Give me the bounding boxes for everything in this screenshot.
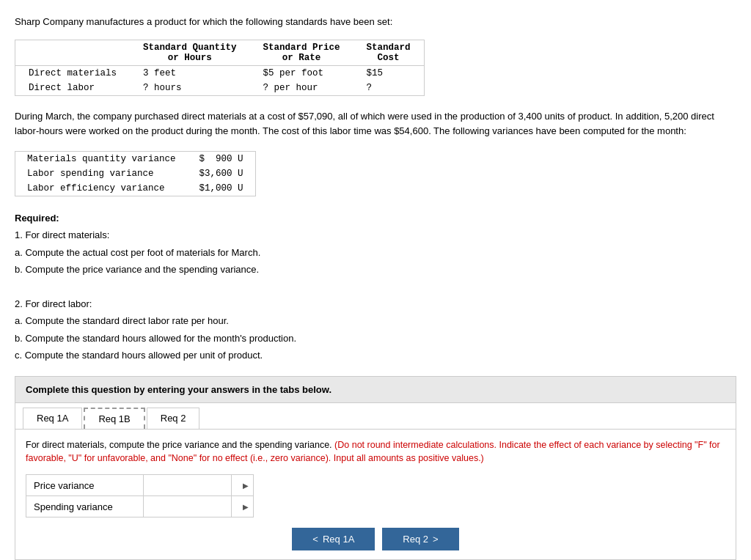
instruction-black: For direct materials, compute the price …	[26, 440, 332, 450]
variance-labor-efficiency-label: Labor efficiency variance	[15, 181, 188, 196]
required-item-1: 1. For direct materials:	[15, 226, 736, 243]
labor-label: Direct labor	[15, 81, 131, 96]
variances-table: Materials quantity variance $ 900 U Labo…	[15, 151, 256, 196]
required-item-1b: b. Compute the price variance and the sp…	[15, 261, 736, 278]
standards-col-quantity: Standard Quantityor Hours	[130, 40, 250, 65]
prev-button-label: Req 1A	[323, 534, 354, 545]
labor-price: ? per hour	[250, 81, 353, 96]
price-variance-input[interactable]	[144, 475, 231, 495]
tabs-row: Req 1A Req 1B Req 2	[15, 403, 736, 430]
standards-col-blank	[15, 40, 131, 65]
standards-col-price: Standard Priceor Rate	[250, 40, 353, 65]
required-item-2c: c. Compute the standard hours allowed pe…	[15, 347, 736, 364]
instruction-text: For direct materials, compute the price …	[26, 438, 725, 466]
material-label: Direct materials	[15, 65, 131, 81]
intro-paragraph: Sharp Company manufactures a product for…	[15, 15, 736, 29]
tabs-container: Req 1A Req 1B Req 2 For direct materials…	[15, 403, 736, 560]
labor-qty: ? hours	[130, 81, 250, 96]
tab-req1b[interactable]: Req 1B	[84, 408, 144, 429]
next-arrow-icon	[433, 534, 439, 545]
price-variance-label: Price variance	[26, 475, 144, 496]
spending-variance-input[interactable]	[144, 496, 231, 517]
price-variance-dropdown[interactable]	[232, 475, 254, 496]
spending-variance-label: Spending variance	[26, 496, 144, 517]
required-item-2a: a. Compute the standard direct labor rat…	[15, 312, 736, 329]
required-section: Required: 1. For direct materials: a. Co…	[15, 210, 736, 364]
price-variance-input-cell[interactable]	[144, 475, 232, 496]
variance-materials-value: $ 900 U	[188, 152, 256, 167]
spending-variance-input-cell[interactable]	[144, 496, 232, 517]
table-row: Direct materials 3 feet $5 per foot $15	[15, 65, 425, 81]
prev-arrow-icon	[312, 534, 318, 545]
tab-req1a[interactable]: Req 1A	[23, 408, 82, 429]
during-paragraph: During March, the company purchased dire…	[15, 109, 736, 140]
table-row: Materials quantity variance $ 900 U	[15, 152, 256, 167]
variance-labor-spending-label: Labor spending variance	[15, 166, 188, 181]
variance-materials-label: Materials quantity variance	[15, 152, 188, 167]
required-item-2: 2. For direct labor:	[15, 295, 736, 312]
required-heading: Required:	[15, 210, 736, 226]
answer-table: Price variance Spending variance	[26, 474, 254, 517]
table-row: Labor efficiency variance $1,000 U	[15, 181, 256, 196]
material-price: $5 per foot	[250, 65, 353, 81]
tab-req2-label: Req 2	[161, 413, 186, 424]
standards-table: Standard Quantityor Hours Standard Price…	[15, 40, 425, 96]
variance-labor-efficiency-value: $1,000 U	[188, 181, 256, 196]
material-qty: 3 feet	[130, 65, 250, 81]
tab-req2[interactable]: Req 2	[147, 408, 200, 429]
variance-labor-spending-value: $3,600 U	[188, 166, 256, 181]
material-cost: $15	[353, 65, 425, 81]
intro-text: Sharp Company manufactures a product for…	[15, 16, 392, 27]
during-text: During March, the company purchased dire…	[15, 111, 714, 137]
labor-cost: ?	[353, 81, 425, 96]
nav-buttons: Req 1A Req 2	[26, 528, 725, 550]
required-item-2b: b. Compute the standard hours allowed fo…	[15, 330, 736, 347]
table-row: Spending variance	[26, 496, 254, 517]
table-row: Direct labor ? hours ? per hour ?	[15, 81, 425, 96]
table-row: Price variance	[26, 475, 254, 496]
tab-req1a-label: Req 1A	[37, 413, 68, 424]
next-button-label: Req 2	[403, 534, 428, 545]
complete-box-text: Complete this question by entering your …	[26, 384, 331, 395]
required-item-1a: a. Compute the actual cost per foot of m…	[15, 244, 736, 261]
tab-req1b-label: Req 1B	[98, 413, 130, 424]
table-row: Labor spending variance $3,600 U	[15, 166, 256, 181]
next-button[interactable]: Req 2	[382, 528, 458, 550]
prev-button[interactable]: Req 1A	[292, 528, 375, 550]
standards-col-cost: StandardCost	[353, 40, 425, 65]
complete-box: Complete this question by entering your …	[15, 376, 736, 403]
tab-content-req1b: For direct materials, compute the price …	[15, 430, 736, 560]
required-spacer	[15, 279, 736, 295]
spending-variance-dropdown[interactable]	[232, 496, 254, 517]
